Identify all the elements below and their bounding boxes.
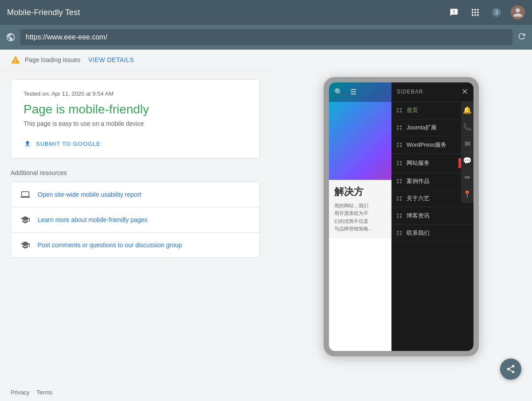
menu-item-text-5: 案例作品 [407,177,468,185]
site-top-bar: 🔍 ☰ [329,82,391,102]
menu-item-text-6: 关于六艺 [407,195,468,202]
globe-icon [5,32,16,43]
site-menu-icon: ☰ [350,88,356,96]
title-bar: Mobile-Friendly Test 3 [0,0,532,25]
url-input[interactable] [20,29,512,45]
app-title: Mobile-Friendly Test [7,8,447,17]
resource-text-2: Learn more about mobile-friendly pages [38,216,147,223]
site-search-icon: 🔍 [334,88,343,96]
float-btn-email[interactable]: ✉ [461,136,473,152]
result-title: Page is mobile-friendly [23,102,247,117]
submit-to-google-button[interactable]: SUBMIT TO GOOGLE [23,140,101,148]
result-card: Tested on: Apr 11, 2020 at 9:54 AM Page … [11,79,260,159]
graduation-icon-2 [20,240,31,250]
main-layout: Page loading issues VIEW DETAILS Tested … [0,50,532,383]
terms-link[interactable]: Terms [37,389,52,396]
graduation-icon-1 [20,214,31,225]
menu-item-text-4: 网站服务 [407,159,454,167]
additional-resources: Additional resources Open site-wide mobi… [11,169,260,258]
warning-text: Page loading issues [25,56,80,63]
warning-icon [11,55,20,65]
resource-list: Open site-wide mobile usability report L… [11,182,260,258]
feedback-button[interactable] [447,5,461,19]
menu-item-text-8: 联系我们 [407,229,468,237]
menu-dots-icon [397,108,402,113]
result-subtitle: This page is easy to use on a mobile dev… [23,120,247,127]
menu-dots-icon-8 [397,231,402,235]
resource-item-3[interactable]: Post comments or questions to our discus… [11,233,259,257]
sidebar-menu-item-7[interactable]: 博客资讯 [391,207,473,225]
submit-label: SUBMIT TO GOOGLE [36,140,101,147]
share-fab[interactable] [500,358,521,380]
menu-dots-icon-7 [397,214,402,218]
resource-item-2[interactable]: Learn more about mobile-friendly pages [11,207,259,233]
resources-title: Additional resources [11,169,260,176]
warning-bar: Page loading issues VIEW DETAILS [0,50,270,70]
avatar[interactable] [511,5,525,19]
tablet-screen: 🔍 ☰ [329,82,473,351]
menu-dots-icon-6 [397,196,402,201]
monitor-icon [20,189,31,200]
float-btn-edit[interactable]: ✏ [461,169,473,186]
float-btn-location[interactable]: 📍 [461,186,473,203]
menu-dots-icon-3 [397,143,402,147]
tested-on-text: Tested on: Apr 11, 2020 at 9:54 AM [23,90,247,97]
menu-item-text-1: 首页 [407,106,468,114]
refresh-icon[interactable] [517,31,527,43]
tablet-mockup: 🔍 ☰ [324,77,479,356]
sidebar-header: SIDEBAR ✕ [391,82,473,102]
privacy-link[interactable]: Privacy [11,389,30,396]
footer: Privacy Terms [0,383,532,401]
resource-item-1[interactable]: Open site-wide mobile usability report [11,182,259,207]
sidebar-overlay: SIDEBAR ✕ 首页 [391,82,473,351]
menu-item-text-3: WordPress服务 [407,141,458,149]
sidebar-close-icon[interactable]: ✕ [462,87,468,97]
sidebar-title: SIDEBAR [397,89,423,95]
floating-buttons: 🔔 📞 ✉ 💬 ✏ 📍 [461,102,473,203]
menu-dots-icon-5 [397,179,402,183]
menu-item-text-2: Joomla扩展 [407,124,458,132]
notification-badge[interactable]: 3 [489,5,504,19]
float-btn-chat[interactable]: 💬 [461,152,473,169]
sidebar-menu-item-8[interactable]: 联系我们 [391,225,473,242]
view-details-link[interactable]: VIEW DETAILS [88,56,134,63]
menu-item-text-7: 博客资讯 [407,212,468,220]
right-panel: 🔍 ☰ [270,50,532,383]
apps-button[interactable] [468,5,482,19]
title-icons: 3 [447,5,525,19]
grid-icon [472,9,479,16]
notification-count: 3 [492,8,501,17]
menu-dots-icon-2 [397,125,402,130]
resource-text-3: Post comments or questions to our discus… [38,241,182,249]
float-btn-notification[interactable]: 🔔 [461,102,473,119]
menu-dots-icon-4 [397,161,402,165]
left-panel: Page loading issues VIEW DETAILS Tested … [0,50,270,383]
url-bar [0,25,532,50]
float-btn-phone[interactable]: 📞 [461,119,473,136]
resource-text-1: Open site-wide mobile usability report [38,191,141,198]
